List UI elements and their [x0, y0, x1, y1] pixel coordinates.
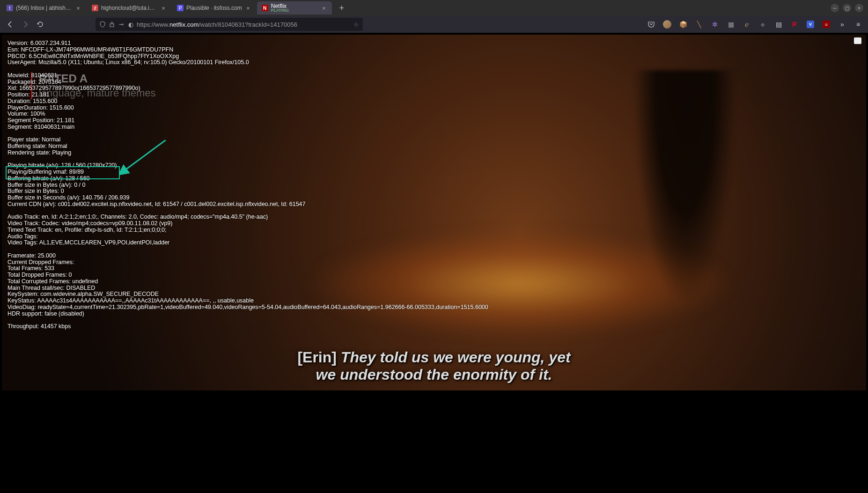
- extension-icon[interactable]: 📦: [677, 18, 689, 30]
- new-tab-button[interactable]: +: [336, 2, 348, 14]
- pocket-icon[interactable]: [645, 18, 657, 30]
- close-icon[interactable]: ×: [75, 5, 81, 11]
- tab-netflix[interactable]: N Netflix PLAYING ×: [257, 1, 332, 15]
- pip-button[interactable]: [854, 37, 861, 44]
- subtitle-line: They told us we were young, yet: [341, 349, 571, 366]
- url-domain: netflix.com: [169, 21, 199, 28]
- close-icon[interactable]: ×: [245, 5, 251, 11]
- extension-icon[interactable]: ▦: [725, 18, 737, 30]
- video-scene: [633, 70, 736, 304]
- subtitle-line: we understood the enormity of it.: [316, 366, 552, 383]
- browser-titlebar: t (566) Inbox | abhishek@li × it highonc…: [0, 0, 868, 16]
- plausible-icon: P: [177, 5, 184, 11]
- subtitle-text: [Erin] They told us we were young, yet w…: [2, 349, 866, 383]
- tab-label: (566) Inbox | abhishek@li: [16, 5, 72, 11]
- svg-rect-0: [110, 24, 114, 27]
- ublock-icon[interactable]: u: [820, 18, 832, 30]
- close-icon[interactable]: ×: [160, 5, 167, 11]
- video-player[interactable]: RATED A language, mature themes Version:…: [2, 35, 866, 390]
- url-text: https://www.netflix.com/watch/81040631?t…: [137, 21, 353, 28]
- mail-icon: t: [7, 5, 13, 11]
- extension-icon[interactable]: ╲: [693, 18, 705, 30]
- key-icon[interactable]: ⊸: [118, 21, 125, 28]
- url-protocol: https://www.: [137, 21, 169, 28]
- permissions-icon[interactable]: ◐: [127, 21, 134, 28]
- tab-plausible[interactable]: P Plausible · itsfoss.com ×: [172, 1, 256, 15]
- nerd-stats-overlay: Version: 6.0037.234.911 Esn: NFCDFF-LX-J…: [7, 40, 488, 330]
- minimize-button[interactable]: ─: [831, 4, 839, 12]
- browser-toolbar: ⊸ ◐ https://www.netflix.com/watch/810406…: [0, 16, 868, 33]
- account-icon[interactable]: [661, 18, 673, 30]
- forward-button[interactable]: [19, 18, 32, 31]
- close-window-button[interactable]: ×: [855, 4, 863, 12]
- bookmark-star-icon[interactable]: ☆: [353, 21, 359, 28]
- mail-icon: it: [92, 5, 98, 11]
- close-icon[interactable]: ×: [321, 5, 327, 11]
- tab-inbox[interactable]: t (566) Inbox | abhishek@li ×: [2, 1, 86, 15]
- url-bar[interactable]: ⊸ ◐ https://www.netflix.com/watch/810406…: [96, 18, 363, 31]
- back-button[interactable]: [4, 18, 17, 31]
- extension-icon[interactable]: ℯ: [741, 18, 753, 30]
- tab-strip: t (566) Inbox | abhishek@li × it highonc…: [2, 0, 831, 16]
- tab-label: highoncloud@tuta.io - Tu: [101, 5, 157, 11]
- window-controls: ─ ▢ ×: [831, 4, 866, 12]
- url-path: /watch/81040631?trackId=14170056: [199, 21, 297, 28]
- extension-icon[interactable]: ⟐: [757, 18, 769, 30]
- subtitle-speaker: [Erin]: [297, 349, 337, 366]
- extension-icon[interactable]: ✲: [709, 18, 721, 30]
- page-content: RATED A language, mature themes Version:…: [0, 33, 868, 493]
- tab-status: PLAYING: [271, 8, 318, 13]
- extension-icon[interactable]: V: [804, 18, 817, 30]
- extension-icon[interactable]: ▤: [772, 18, 785, 30]
- pinterest-icon[interactable]: P: [788, 18, 801, 30]
- lock-icon[interactable]: [109, 21, 115, 28]
- shield-icon[interactable]: [99, 21, 106, 28]
- maximize-button[interactable]: ▢: [843, 4, 851, 12]
- extensions-menu-icon[interactable]: »: [836, 18, 848, 30]
- hamburger-menu-icon[interactable]: ≡: [852, 18, 864, 30]
- reload-button[interactable]: [34, 18, 47, 31]
- toolbar-extensions: 📦 ╲ ✲ ▦ ℯ ⟐ ▤ P V u » ≡: [645, 18, 864, 30]
- netflix-icon: N: [262, 5, 268, 11]
- tab-tuta[interactable]: it highoncloud@tuta.io - Tu ×: [87, 1, 171, 15]
- tab-label: Plausible · itsfoss.com: [186, 5, 242, 11]
